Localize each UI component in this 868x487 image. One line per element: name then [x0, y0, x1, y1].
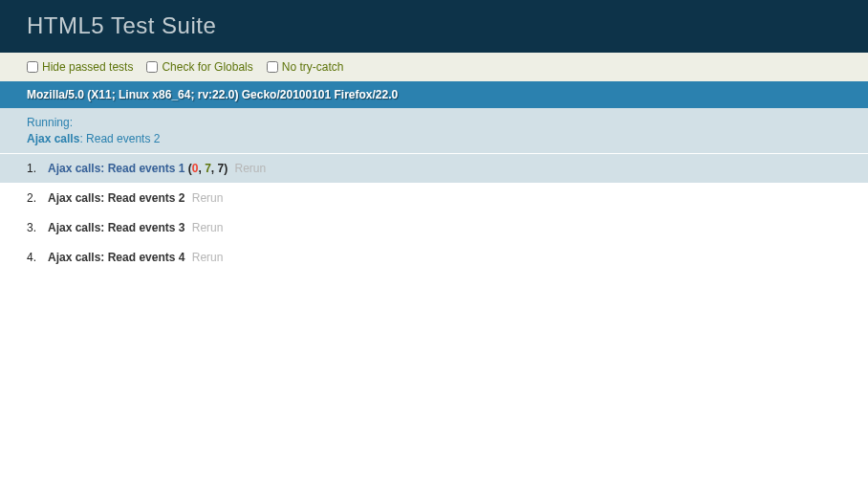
- count-failed: 0: [192, 162, 199, 175]
- testresult-panel: Running: Ajax calls: Read events 2: [0, 108, 868, 155]
- count-total: 7: [217, 162, 224, 175]
- check-globals-label[interactable]: Check for Globals: [146, 60, 252, 74]
- test-name: Read events 3: [108, 221, 185, 234]
- test-number: 2.: [27, 189, 38, 207]
- rerun-link[interactable]: Rerun: [188, 191, 223, 205]
- test-number: 4.: [27, 249, 38, 266]
- count-passed: 7: [205, 162, 211, 175]
- test-name: Read events 4: [108, 251, 185, 264]
- page-title-link[interactable]: HTML5 Test Suite: [27, 12, 216, 38]
- test-number: 1.: [27, 160, 38, 177]
- test-body: Ajax calls: Read events 4 Rerun: [48, 249, 223, 266]
- test-name: Read events 2: [108, 191, 185, 205]
- useragent-bar: Mozilla/5.0 (X11; Linux x86_64; rv:22.0)…: [0, 81, 868, 108]
- running-test: Read events 2: [86, 132, 160, 145]
- test-item[interactable]: 1.Ajax calls: Read events 1 (0, 7, 7) Re…: [0, 154, 868, 184]
- test-module: Ajax calls:: [48, 221, 108, 234]
- test-module: Ajax calls:: [48, 162, 108, 175]
- rerun-link[interactable]: Rerun: [231, 162, 266, 175]
- test-item[interactable]: 3.Ajax calls: Read events 3 Rerun: [0, 213, 868, 243]
- check-globals-text: Check for Globals: [162, 60, 252, 74]
- test-number: 3.: [27, 219, 38, 236]
- test-module: Ajax calls:: [48, 251, 108, 264]
- test-body: Ajax calls: Read events 2 Rerun: [48, 189, 223, 207]
- running-module: Ajax calls: [27, 132, 79, 145]
- hide-passed-checkbox[interactable]: [27, 61, 38, 73]
- test-body: Ajax calls: Read events 1 (0, 7, 7) Reru…: [48, 160, 266, 177]
- no-trycatch-label[interactable]: No try-catch: [267, 60, 344, 74]
- running-label: Running:: [27, 116, 73, 129]
- testrunner-toolbar: Hide passed tests Check for Globals No t…: [0, 53, 868, 81]
- check-globals-checkbox[interactable]: [146, 61, 158, 73]
- no-trycatch-checkbox[interactable]: [267, 61, 278, 73]
- no-trycatch-text: No try-catch: [282, 60, 344, 74]
- test-module: Ajax calls:: [48, 191, 108, 205]
- page-title: HTML5 Test Suite: [0, 0, 868, 53]
- test-list: 1.Ajax calls: Read events 1 (0, 7, 7) Re…: [0, 154, 868, 273]
- test-item[interactable]: 2.Ajax calls: Read events 2 Rerun: [0, 184, 868, 213]
- test-item[interactable]: 4.Ajax calls: Read events 4 Rerun: [0, 243, 868, 273]
- test-counts: (0, 7, 7): [184, 162, 228, 175]
- test-body: Ajax calls: Read events 3 Rerun: [48, 219, 223, 236]
- hide-passed-text: Hide passed tests: [42, 60, 133, 74]
- rerun-link[interactable]: Rerun: [188, 221, 223, 234]
- hide-passed-label[interactable]: Hide passed tests: [27, 60, 133, 74]
- rerun-link[interactable]: Rerun: [188, 251, 223, 264]
- test-name: Read events 1: [108, 162, 185, 175]
